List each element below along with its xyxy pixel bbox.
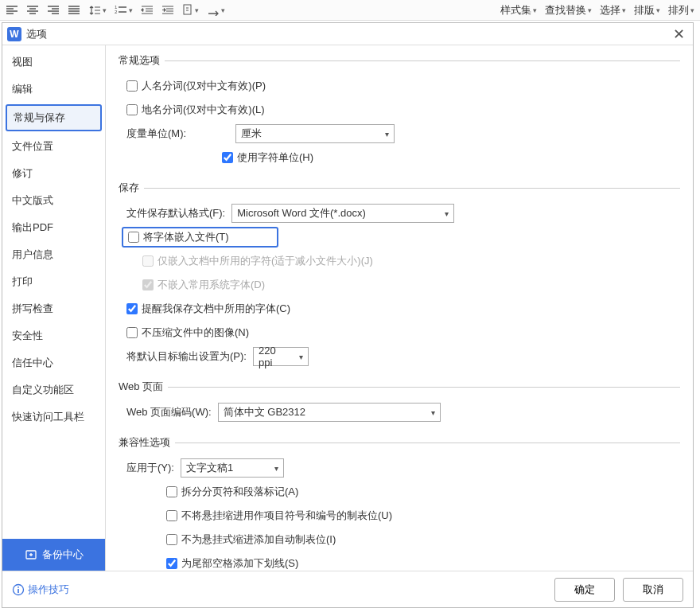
- styleset-menu[interactable]: 样式集▾: [498, 2, 539, 19]
- sidebar-item-general-save[interactable]: 常规与保存: [6, 104, 102, 131]
- web-encoding-select[interactable]: 简体中文 GB2312: [218, 403, 441, 422]
- info-icon: [12, 583, 25, 596]
- measure-unit-label: 度量单位(M):: [126, 127, 186, 141]
- findreplace-menu[interactable]: 查找替换▾: [542, 2, 594, 19]
- ok-button[interactable]: 确定: [554, 578, 615, 602]
- svg-rect-5: [18, 589, 19, 593]
- backup-icon: [25, 548, 37, 561]
- sidebar-item-trust-center[interactable]: 信任中心: [2, 349, 105, 376]
- svg-rect-2: [184, 5, 191, 14]
- no-common-sys-checkbox: 不嵌入常用系统字体(D): [142, 278, 265, 292]
- compat-legend: 兼容性选项: [119, 435, 175, 450]
- sidebar-item-output-pdf[interactable]: 输出PDF: [2, 214, 105, 241]
- backup-center-label: 备份中心: [42, 548, 84, 562]
- web-encoding-label: Web 页面编码(W):: [126, 405, 212, 419]
- options-content: 常规选项 人名分词(仅对中文有效)(P) 地名分词(仅对中文有效)(L) 度量单…: [106, 45, 693, 571]
- compat-apply-select[interactable]: 文字文稿1: [181, 458, 284, 478]
- app-icon: W: [7, 27, 21, 41]
- sidebar-item-customize-ribbon[interactable]: 自定义功能区: [2, 376, 105, 404]
- save-group: 保存 文件保存默认格式(F): Microsoft Word 文件(*.docx…: [119, 181, 680, 370]
- sidebar-item-user-info[interactable]: 用户信息: [2, 241, 105, 268]
- indent-increase-icon[interactable]: [159, 2, 177, 19]
- svg-text:2: 2: [115, 10, 118, 14]
- ppi-select[interactable]: 220 ppi: [253, 347, 309, 366]
- use-char-unit-checkbox[interactable]: 使用字符单位(H): [222, 150, 313, 165]
- align-left-icon[interactable]: [3, 2, 21, 19]
- options-dialog: W 选项 ✕ 视图 编辑 常规与保存 文件位置 修订 中文版式 输出PDF 用户…: [2, 22, 694, 608]
- sidebar-item-security[interactable]: 安全性: [2, 322, 105, 349]
- web-legend: Web 页面: [119, 380, 168, 394]
- default-format-label: 文件保存默认格式(F):: [126, 206, 225, 220]
- sidebar-item-view[interactable]: 视图: [2, 49, 105, 76]
- backup-center-button[interactable]: 备份中心: [2, 539, 105, 571]
- sidebar-item-chinese-layout[interactable]: 中文版式: [2, 187, 105, 214]
- cancel-button[interactable]: 取消: [623, 578, 683, 602]
- embed-fonts-checkbox[interactable]: 将字体嵌入文件(T): [128, 230, 229, 244]
- arrange-menu[interactable]: 排版▾: [632, 2, 663, 19]
- compat-c1-checkbox[interactable]: 拆分分页符和段落标记(A): [166, 485, 298, 499]
- svg-text:1: 1: [115, 5, 118, 10]
- default-format-select[interactable]: Microsoft Word 文件(*.docx): [231, 204, 454, 223]
- options-sidebar: 视图 编辑 常规与保存 文件位置 修订 中文版式 输出PDF 用户信息 打印 拼…: [2, 45, 106, 571]
- person-segment-checkbox[interactable]: 人名分词(仅对中文有效)(P): [126, 79, 266, 93]
- operation-tips-label: 操作技巧: [28, 583, 69, 597]
- compat-apply-label: 应用于(Y):: [126, 461, 174, 475]
- place-segment-checkbox[interactable]: 地名分词(仅对中文有效)(L): [126, 103, 265, 117]
- app-top-toolbar: ▾ 12▾ ▾ ▾ 样式集▾ 查找替换▾ 选择▾ 排版▾ 排列▾: [0, 0, 700, 21]
- svg-rect-6: [18, 587, 19, 588]
- align-justify-icon[interactable]: [65, 2, 83, 19]
- web-group: Web 页面 Web 页面编码(W): 简体中文 GB2312: [119, 380, 680, 426]
- select-menu[interactable]: 选择▾: [597, 2, 628, 19]
- compat-c3-checkbox[interactable]: 不为悬挂式缩进添加自动制表位(I): [166, 532, 336, 547]
- measure-unit-select[interactable]: 厘米: [235, 124, 395, 143]
- dialog-footer: 操作技巧 确定 取消: [2, 571, 693, 607]
- sidebar-item-revision[interactable]: 修订: [2, 160, 105, 187]
- operation-tips-link[interactable]: 操作技巧: [12, 583, 69, 597]
- dialog-titlebar: W 选项 ✕: [2, 23, 693, 45]
- embed-only-used-checkbox: 仅嵌入文档中所用的字符(适于减小文件大小)(J): [142, 254, 373, 268]
- close-icon[interactable]: ✕: [670, 25, 688, 43]
- general-legend: 常规选项: [119, 53, 165, 68]
- general-options-group: 常规选项 人名分词(仅对中文有效)(P) 地名分词(仅对中文有效)(L) 度量单…: [119, 53, 680, 171]
- dialog-title-text: 选项: [26, 27, 47, 41]
- arrange2-menu[interactable]: 排列▾: [666, 2, 697, 19]
- align-right-icon[interactable]: [45, 2, 62, 19]
- remind-fonts-checkbox[interactable]: 提醒我保存文档中所用的字体(C): [126, 302, 290, 316]
- compat-c2-checkbox[interactable]: 不将悬挂缩进用作项目符号和编号的制表位(U): [166, 509, 392, 523]
- save-legend: 保存: [119, 181, 144, 195]
- default-output-label: 将默认目标输出设置为(P):: [126, 349, 247, 364]
- compat-group: 兼容性选项 应用于(Y): 文字文稿1 拆分分页符和段落标记(A) 不将悬挂缩进…: [119, 435, 680, 571]
- direction-icon[interactable]: ▾: [204, 2, 228, 19]
- sidebar-item-filelocation[interactable]: 文件位置: [2, 133, 105, 160]
- line-spacing-icon[interactable]: ▾: [86, 2, 109, 19]
- new-page-icon[interactable]: ▾: [180, 2, 201, 19]
- align-center-icon[interactable]: [24, 2, 41, 19]
- sidebar-item-edit[interactable]: 编辑: [2, 76, 105, 103]
- sidebar-item-spellcheck[interactable]: 拼写检查: [2, 295, 105, 322]
- no-compress-img-checkbox[interactable]: 不压缩文件中的图像(N): [126, 326, 249, 340]
- embed-fonts-highlight: 将字体嵌入文件(T): [122, 227, 278, 248]
- indent-decrease-icon[interactable]: [138, 2, 156, 19]
- sidebar-item-quick-access[interactable]: 快速访问工具栏: [2, 404, 105, 431]
- compat-c4-checkbox[interactable]: 为尾部空格添加下划线(S): [166, 556, 298, 571]
- sidebar-item-print[interactable]: 打印: [2, 268, 105, 295]
- numbering-icon[interactable]: 12▾: [112, 2, 135, 19]
